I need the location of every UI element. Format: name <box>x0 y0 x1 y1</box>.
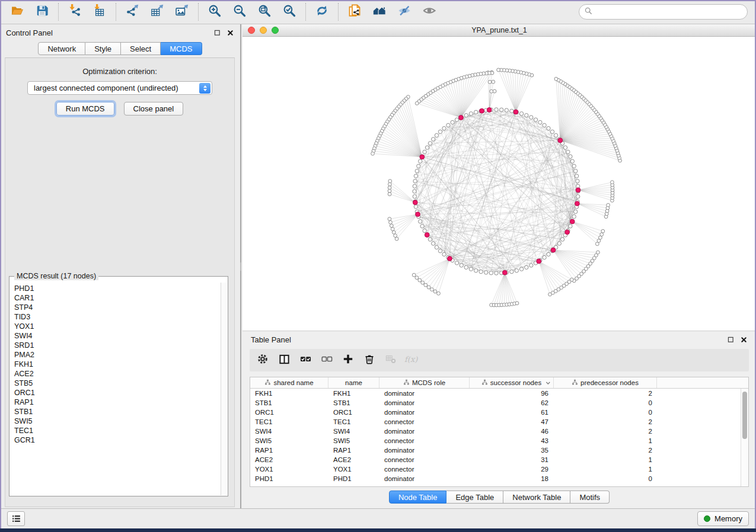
table-scrollbar-thumb[interactable] <box>742 392 747 439</box>
mcds-result-item[interactable]: CAR1 <box>14 293 220 303</box>
task-history-button[interactable] <box>7 511 25 526</box>
network-window-titlebar[interactable]: YPA_prune.txt_1 <box>243 24 756 37</box>
tab-edge-table[interactable]: Edge Table <box>446 491 503 504</box>
table-cell: 1 <box>554 464 657 474</box>
select-all-button[interactable] <box>296 351 315 369</box>
table-cell: 2 <box>554 427 657 436</box>
save-session-button[interactable] <box>30 2 55 22</box>
table-row[interactable]: TEC1TEC1connector472 <box>250 417 741 427</box>
export-table-icon <box>151 4 164 20</box>
splitter-handle[interactable] <box>240 262 241 271</box>
float-panel-icon[interactable] <box>726 335 735 344</box>
open-session-button[interactable] <box>5 2 30 22</box>
column-header-shared-name[interactable]: shared name <box>250 377 328 388</box>
homes-button[interactable] <box>367 2 392 22</box>
tab-network-table[interactable]: Network Table <box>503 491 570 504</box>
sort-chevron-down-icon[interactable] <box>545 380 551 387</box>
trash-button[interactable] <box>360 351 379 369</box>
table-cell: SWI4 <box>250 427 328 436</box>
maximize-window-icon[interactable] <box>272 27 279 34</box>
tab-network[interactable]: Network <box>38 42 85 55</box>
float-panel-icon[interactable] <box>213 28 221 37</box>
deselect-all-button[interactable] <box>317 351 336 369</box>
tab-node-table[interactable]: Node Table <box>389 491 447 504</box>
close-panel-icon[interactable] <box>226 28 234 37</box>
table-cell: dominator <box>379 389 470 398</box>
table-cell: 35 <box>470 446 554 455</box>
run-mcds-button[interactable]: Run MCDS <box>56 102 114 116</box>
svg-text:f(x): f(x) <box>404 355 418 364</box>
column-header-predecessor-nodes[interactable]: predecessor nodes <box>554 377 657 388</box>
mcds-result-item[interactable]: TID3 <box>14 312 220 322</box>
table-row[interactable]: PHD1PHD1dominator180 <box>250 474 741 483</box>
column-header-name[interactable]: name <box>328 377 379 388</box>
table-row[interactable]: RAP1RAP1dominator352 <box>250 446 741 455</box>
import-table-button[interactable] <box>87 2 112 22</box>
mcds-result-item[interactable]: STB1 <box>14 407 220 416</box>
main-toolbar <box>0 0 756 24</box>
mcds-result-item[interactable]: GCR1 <box>14 435 220 445</box>
gear-button[interactable] <box>253 351 272 369</box>
memory-button[interactable]: Memory <box>697 511 749 526</box>
mcds-result-item[interactable]: ACE2 <box>14 369 220 379</box>
mcds-result-item[interactable]: TEC1 <box>14 426 220 435</box>
add-row-button[interactable] <box>339 351 358 369</box>
export-table-button[interactable] <box>145 2 170 22</box>
table-row[interactable]: YOX1YOX1connector291 <box>250 464 741 474</box>
close-window-icon[interactable] <box>248 27 255 34</box>
table-row[interactable]: ORC1ORC1dominator610 <box>250 408 741 417</box>
mcds-result-item[interactable]: STP4 <box>14 303 220 312</box>
tab-select[interactable]: Select <box>121 42 161 55</box>
table-row[interactable]: STB1STB1dominator620 <box>250 398 741 408</box>
network-window-title: YPA_prune.txt_1 <box>243 26 756 34</box>
tab-style[interactable]: Style <box>85 42 121 55</box>
mcds-result-item[interactable]: STB5 <box>14 379 220 388</box>
table-row[interactable]: SWI4SWI4dominator462 <box>250 427 741 436</box>
column-header-successor-nodes[interactable]: successor nodes <box>470 377 554 388</box>
table-cell: 18 <box>470 474 554 483</box>
minimize-window-icon[interactable] <box>260 27 267 34</box>
close-panel-icon[interactable] <box>739 335 748 344</box>
zoom-selected-button[interactable] <box>277 2 302 22</box>
refresh-button[interactable] <box>310 2 334 22</box>
table-row[interactable]: FKH1FKH1dominator962 <box>250 389 741 398</box>
table-row[interactable]: SWI5SWI5connector431 <box>250 436 741 446</box>
mcds-result-item[interactable]: SRD1 <box>14 341 220 350</box>
hide-annotations-button[interactable] <box>392 2 417 22</box>
sitemap-icon <box>481 379 488 387</box>
optimization-criterion-select[interactable]: largest connected component (undirected) <box>27 81 212 95</box>
mcds-result-item[interactable]: FKH1 <box>14 360 220 369</box>
mcds-result-item[interactable]: PHD1 <box>14 284 220 293</box>
zoom-fit-button[interactable] <box>252 2 277 22</box>
import-network-button[interactable] <box>62 2 87 22</box>
zoom-out-icon <box>233 4 246 20</box>
close-panel-button[interactable]: Close panel <box>124 102 184 116</box>
zoom-in-button[interactable] <box>202 2 227 22</box>
search-box[interactable] <box>579 4 748 20</box>
columns-button[interactable] <box>275 351 294 369</box>
table-cell: STB1 <box>328 398 379 408</box>
mcds-result-item[interactable]: SWI5 <box>14 416 220 426</box>
network-graph[interactable] <box>243 37 756 331</box>
mcds-result-item[interactable]: SWI4 <box>14 331 220 341</box>
mcds-list-scrollbar[interactable] <box>221 283 227 495</box>
mcds-result-item[interactable]: PMA2 <box>14 350 220 360</box>
tab-motifs[interactable]: Motifs <box>570 491 610 504</box>
table-scrollbar[interactable] <box>741 389 748 486</box>
mcds-result-item[interactable]: YOX1 <box>14 322 220 331</box>
table-cell: dominator <box>379 446 470 455</box>
tab-mcds[interactable]: MCDS <box>161 42 202 55</box>
column-header-MCDS-role[interactable]: MCDS role <box>379 377 470 388</box>
export-network-button[interactable] <box>120 2 145 22</box>
zoom-out-button[interactable] <box>227 2 252 22</box>
search-input[interactable] <box>596 8 747 16</box>
show-annotations-button[interactable] <box>417 2 442 22</box>
mcds-result-item[interactable]: RAP1 <box>14 398 220 407</box>
mcds-result-list[interactable]: PHD1CAR1STP4TID3YOX1SWI4SRD1PMA2FKH1ACE2… <box>10 284 220 495</box>
mcds-result-item[interactable]: ORC1 <box>14 388 220 398</box>
table-row[interactable]: ACE2ACE2connector311 <box>250 455 741 464</box>
table-cell: FKH1 <box>250 389 328 398</box>
export-image-button[interactable] <box>170 2 194 22</box>
duplicate-network-button[interactable] <box>342 2 367 22</box>
export-network-icon <box>126 4 139 20</box>
